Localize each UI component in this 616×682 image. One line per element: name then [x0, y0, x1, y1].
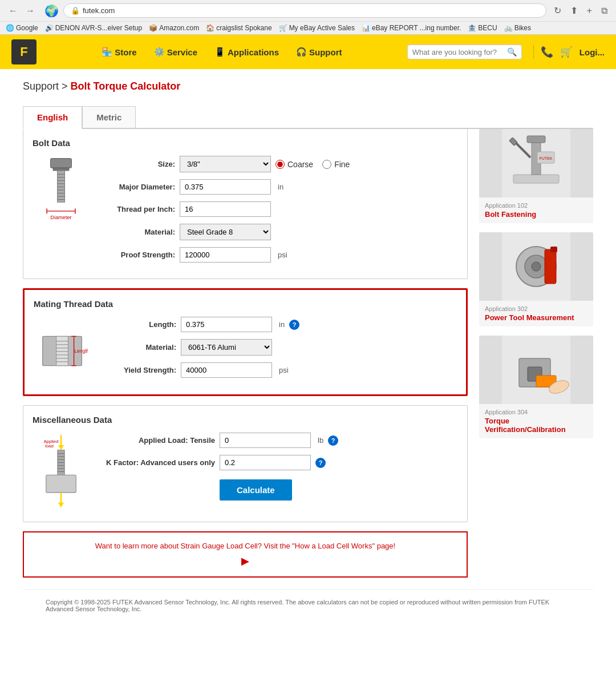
length-help-icon[interactable]: ?	[289, 320, 299, 330]
bookmark-becu[interactable]: 🏦 BECU	[468, 24, 497, 32]
sidebar-card-torque[interactable]: Application 304 Torque Verification/Cali…	[479, 336, 593, 438]
nav-service[interactable]: ⚙️ Service	[154, 47, 197, 57]
thread-type-group: Coarse Fine	[275, 160, 350, 169]
mating-thread-inner: Length Length: in ?	[34, 317, 457, 385]
bookmark-google[interactable]: 🌐 Google	[6, 24, 38, 32]
applied-load-row: Applied Load: Tensile lb ?	[101, 433, 458, 448]
bookmark-ebay-sales[interactable]: 🛒 My eBay Active Sales	[279, 24, 355, 32]
bolt-diagram: Diameter	[33, 156, 90, 224]
breadcrumb-separator: >	[62, 80, 71, 92]
mating-thread-diagram: Length	[34, 317, 91, 385]
calculate-row: Calculate	[101, 479, 458, 501]
bookmark-ebay-report[interactable]: 📊 eBay REPORT ...ing number.	[362, 24, 461, 32]
cart-icon[interactable]: 🛒	[560, 46, 573, 58]
misc-data-inner: Applied load	[33, 433, 458, 512]
breadcrumb-parent[interactable]: Support	[23, 80, 59, 92]
power-tool-image	[479, 232, 593, 301]
bookmark-denon[interactable]: 🔊 DENON AVR-S...eiver Setup	[45, 24, 143, 32]
material-select[interactable]: Steel Grade 8 Steel Grade 5 Stainless 18…	[180, 224, 271, 240]
forward-button[interactable]: →	[23, 5, 38, 17]
power-tool-title[interactable]: Power Tool Measurement	[485, 313, 587, 322]
proof-strength-unit: psi	[278, 251, 287, 259]
svg-point-55	[532, 262, 541, 271]
applied-load-diagram: Applied load	[33, 433, 90, 512]
denon-favicon: 🔊	[45, 24, 53, 32]
bikes-favicon: 🚲	[504, 24, 512, 32]
new-tab-button[interactable]: +	[584, 4, 595, 17]
reload-button[interactable]: ↻	[551, 4, 564, 17]
yield-strength-input[interactable]	[181, 362, 272, 378]
svg-rect-57	[550, 247, 557, 252]
proof-strength-row: Proof Strength: psi	[101, 247, 458, 263]
mating-material-select[interactable]: 6061-T6 Alumi Steel Grade 8 Stainless 18…	[181, 339, 272, 356]
applied-load-help-icon[interactable]: ?	[328, 435, 338, 446]
bolt-data-section: Bolt Data	[23, 129, 468, 279]
site-nav: F 🏪 Store ⚙️ Service 📱 Applications 🎧 Su…	[0, 35, 616, 69]
store-icon: 🏪	[102, 47, 112, 57]
torque-title[interactable]: Torque Verification/Calibration	[485, 417, 587, 434]
thread-per-inch-row: Thread per Inch:	[101, 201, 458, 217]
support-icon: 🎧	[296, 47, 307, 57]
coarse-radio[interactable]	[275, 160, 285, 169]
length-row: Length: in ?	[102, 317, 457, 332]
size-label: Size:	[101, 160, 175, 168]
applied-load-input[interactable]	[220, 433, 311, 448]
applications-icon: 📱	[214, 47, 225, 57]
nav-search-bar[interactable]: 🔍	[407, 45, 522, 59]
nav-store[interactable]: 🏪 Store	[102, 47, 136, 57]
nav-separator	[533, 45, 534, 59]
thread-per-inch-input[interactable]	[180, 201, 271, 217]
fine-radio[interactable]	[322, 160, 331, 169]
proof-strength-input[interactable]	[180, 247, 271, 263]
tabs-button[interactable]: ⧉	[598, 4, 610, 17]
amazon-favicon: 📦	[149, 24, 157, 32]
tab-english[interactable]: English	[23, 106, 82, 129]
footer-text: Copyright © 1998-2025 FUTEK Advanced Sen…	[46, 599, 570, 612]
bolt-data-fields: Size: 3/8" 1/4" 5/16" 7/16" 1/2"	[101, 156, 458, 269]
size-select[interactable]: 3/8" 1/4" 5/16" 7/16" 1/2"	[180, 156, 271, 172]
share-button[interactable]: ⬆	[568, 4, 581, 17]
k-factor-input[interactable]	[220, 455, 311, 470]
nav-links: 🏪 Store ⚙️ Service 📱 Applications 🎧 Supp…	[48, 47, 396, 57]
phone-icon[interactable]: 📞	[541, 46, 553, 58]
ebay-sales-favicon: 🛒	[279, 24, 287, 32]
sidebar-card-power-tool[interactable]: Application 302 Power Tool Measurement	[479, 232, 593, 326]
bookmark-craigslist[interactable]: 🏠 craigslist Spokane	[206, 24, 271, 32]
address-bar[interactable]: 🔒 futek.com	[63, 3, 546, 18]
sidebar-card-bolt-fastening[interactable]: FUTEK Application 102 Bolt Fastening	[479, 129, 593, 223]
yield-strength-label: Yield Strength:	[102, 366, 176, 374]
nav-applications[interactable]: 📱 Applications	[214, 47, 279, 57]
length-input[interactable]	[181, 317, 272, 332]
becu-favicon: 🏦	[468, 24, 476, 32]
login-button[interactable]: Logi...	[579, 47, 605, 57]
bookmark-amazon[interactable]: 📦 Amazon.com	[149, 24, 199, 32]
svg-text:load: load	[45, 443, 54, 449]
thread-image: Length	[37, 317, 88, 385]
bookmark-bikes[interactable]: 🚲 Bikes	[504, 24, 531, 32]
calculate-button[interactable]: Calculate	[220, 479, 292, 501]
tab-metric[interactable]: Metric	[82, 106, 136, 128]
ebay-report-favicon: 📊	[362, 24, 370, 32]
search-input[interactable]	[412, 48, 504, 57]
site-logo[interactable]: F	[11, 39, 37, 64]
coarse-radio-label[interactable]: Coarse	[275, 160, 313, 169]
thread-per-inch-label: Thread per Inch:	[101, 205, 175, 213]
applied-load-unit: lb	[318, 436, 323, 445]
mating-thread-fields: Length: in ? Material: 6061-T6 Alumi Ste…	[102, 317, 457, 385]
nav-support[interactable]: 🎧 Support	[296, 47, 342, 57]
back-button[interactable]: ←	[6, 5, 21, 17]
k-factor-help-icon[interactable]: ?	[315, 458, 326, 468]
major-diameter-label: Major Diameter:	[101, 183, 175, 191]
power-tool-body: Application 302 Power Tool Measurement	[479, 301, 593, 326]
content-area: Bolt Data	[23, 129, 593, 578]
bolt-fastening-title[interactable]: Bolt Fastening	[485, 210, 587, 219]
fine-radio-label[interactable]: Fine	[322, 160, 350, 169]
lock-icon: 🔒	[71, 6, 80, 15]
material-row: Material: Steel Grade 8 Steel Grade 5 St…	[101, 224, 458, 240]
bolt-data-title: Bolt Data	[33, 138, 458, 148]
info-banner[interactable]: Want to learn more about Strain Gauge Lo…	[23, 531, 468, 578]
footer: Copyright © 1998-2025 FUTEK Advanced Sen…	[23, 589, 593, 622]
svg-rect-47	[527, 136, 545, 143]
major-diameter-input[interactable]	[180, 179, 271, 195]
torque-body: Application 304 Torque Verification/Cali…	[479, 404, 593, 438]
